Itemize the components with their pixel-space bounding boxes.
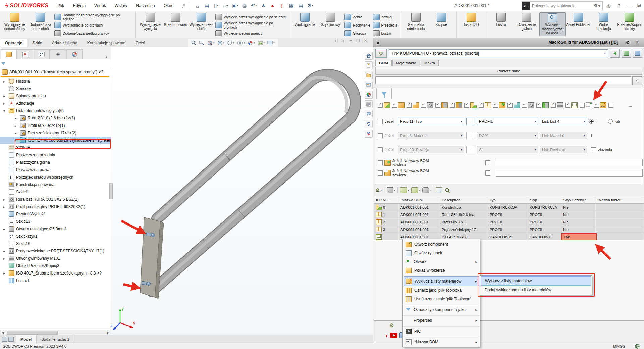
context-menu-item[interactable]: Otwórz komponent: [404, 240, 479, 249]
zoom-fit-icon[interactable]: [191, 40, 197, 46]
context-menu-item[interactable]: Otwórz rysunek: [404, 249, 479, 257]
context-menu-item[interactable]: PIC: [404, 326, 479, 336]
ribbon-button[interactable]: Dodanie/baza według granicy: [53, 29, 133, 37]
menu-item[interactable]: Narzędzia: [131, 0, 159, 11]
prev-document-icon[interactable]: ◁: [333, 38, 339, 43]
ribbon-button[interactable]: Dodanie/baza przez obrót: [28, 12, 53, 31]
tree-item[interactable]: Płaszczyzna przednia: [0, 151, 111, 159]
options-gear-icon[interactable]: ⚙▾: [306, 2, 315, 10]
help-icon[interactable]: ?: [614, 0, 624, 11]
view-settings-icon[interactable]: ▾: [267, 40, 275, 46]
tab-featuremanager[interactable]: [1, 49, 17, 59]
tree-filter-input[interactable]: [7, 61, 109, 66]
bom-table-row[interactable]: 2 ADK001.001.001 Profil 60x20x2 PROFIL P…: [374, 218, 644, 226]
menu-item[interactable]: Plik: [53, 0, 68, 11]
type-toggle-checkbox[interactable]: [392, 103, 397, 108]
preview-zoom-icon[interactable]: [445, 188, 450, 193]
file-explorer-icon[interactable]: [365, 71, 373, 79]
type-toggle-checkbox[interactable]: [450, 103, 455, 108]
condition-checkbox[interactable]: [378, 133, 383, 138]
type-toggle-checkbox[interactable]: [479, 103, 484, 108]
tree-tabs-expand-icon[interactable]: ›: [103, 54, 110, 59]
type-toggle-checkbox[interactable]: [580, 103, 585, 108]
context-menu-item[interactable]: Pokaż w folderze: [404, 266, 479, 275]
collapse-panel-button[interactable]: »: [373, 40, 383, 45]
globe-icon[interactable]: [635, 344, 640, 349]
collapse-chevrons-icon[interactable]: [365, 130, 373, 138]
and-radio[interactable]: [589, 119, 594, 124]
context-menu-item[interactable]: Otwórz: [404, 257, 479, 266]
custom-properties-icon[interactable]: [365, 100, 373, 108]
camera-icon[interactable]: ▾: [422, 187, 431, 193]
undo-icon[interactable]: ↶▾: [250, 2, 258, 10]
ribbon-button[interactable]: Przenieś/Kopiuj obiekty: [616, 12, 642, 36]
bom-table-row[interactable]: 3 ADK001.001.001 Pręt sześciokątny 17 PR…: [374, 226, 644, 233]
ribbon-button[interactable]: Dodanie/baza przez wyciągnięcie po ścież…: [53, 13, 133, 21]
copy-properties-icon[interactable]: ▾: [411, 187, 420, 193]
ribbon-button[interactable]: Krzywe: [429, 12, 454, 31]
type-toggle-checkbox[interactable]: [594, 103, 599, 108]
edit-appearance-icon[interactable]: ▾: [248, 40, 255, 46]
tree-item[interactable]: Początek układu współrzędnych: [0, 173, 111, 181]
home-icon[interactable]: [365, 52, 373, 60]
search-icon[interactable]: 🔍︎▾: [594, 3, 602, 8]
tab-scroll-icons[interactable]: [0, 335, 16, 343]
macro-back-button[interactable]: [610, 49, 620, 58]
search-input[interactable]: [530, 4, 594, 8]
property-combo[interactable]: Prop.11: Typ▾: [398, 118, 464, 125]
name-filter-checkbox[interactable]: [378, 170, 383, 176]
ribbon-button[interactable]: Wycięcie przez obrót: [189, 12, 214, 31]
scroll-right-icon[interactable]: ▶: [105, 331, 111, 334]
condition-checkbox[interactable]: [378, 119, 383, 124]
tree-item[interactable]: Adnotacje: [0, 100, 111, 107]
submenu-item[interactable]: Wyklucz z listy materiałów: [481, 276, 591, 286]
macro-combo[interactable]: TYP KOMPONENTU - sprawdź, oznacz, posort…: [389, 49, 608, 57]
tree-item[interactable]: Rura bsz RURA Ø31.8X2.6 BSZ(1): [0, 196, 111, 203]
context-menu-item[interactable]: Oznacz jako 'plik Toolboxa': [404, 286, 479, 295]
tree-item[interactable]: Profil prostokątny PROFIL 60X20X2(1): [0, 203, 111, 210]
user-account-icon[interactable]: ◎: [604, 0, 614, 11]
type-toggle-checkbox[interactable]: [536, 103, 541, 108]
tree-item[interactable]: Spinacz projektu: [0, 92, 111, 100]
ribbon-button[interactable]: Zaokrąglenie: [292, 12, 318, 27]
tab-dimxpert[interactable]: ⊕: [50, 49, 66, 59]
bom-path-input[interactable]: [375, 76, 631, 84]
tree-export-icon[interactable]: ▾: [400, 187, 409, 193]
expand-chevrons-icon[interactable]: »: [384, 334, 390, 336]
type-toggle-checkbox[interactable]: [608, 103, 613, 108]
operator-button[interactable]: =: [466, 146, 475, 153]
name-filter-checkbox-2[interactable]: [485, 170, 490, 176]
command-tab[interactable]: Operacje: [0, 39, 27, 47]
value-combo[interactable]: DC01▾: [477, 132, 538, 139]
menu-item[interactable]: Wstaw: [110, 0, 132, 11]
type-toggle-checkbox[interactable]: [407, 103, 412, 108]
name-filter-checkbox-2[interactable]: [485, 160, 490, 165]
ribbon-button[interactable]: Oznaczenie gwintu: [514, 12, 539, 36]
ribbon-button[interactable]: Lustro: [372, 29, 399, 37]
context-menu-item[interactable]: Oznacz typ komponentu jako: [404, 305, 479, 314]
table-icon[interactable]: ▤: [297, 2, 305, 10]
ribbon-button[interactable]: Wiązanie magnetyczne Wł./Wył.: [539, 12, 566, 36]
table-settings-icon[interactable]: ⚙▾: [375, 187, 382, 193]
list-combo[interactable]: List: Revision▾: [540, 146, 587, 153]
bom-table-row[interactable]: 0 ADK001.001.001 Konstrukcja KONSTRUKCJA…: [374, 204, 644, 211]
rebuild-icon[interactable]: ▤: [203, 2, 211, 10]
tree-item[interactable]: Otwór gwintowany M101: [0, 255, 111, 262]
tree-item[interactable]: Sensory: [0, 85, 111, 92]
ribbon-button[interactable]: Żebro: [343, 13, 371, 21]
menu-item[interactable]: Widok: [90, 0, 110, 11]
bom-table-row[interactable]: 1 ADK001.001.001 Rura Ø31.8x2.6 bsz PROF…: [374, 211, 644, 218]
new-document-icon[interactable]: ▯▾: [212, 2, 221, 10]
name-filter-input[interactable]: [496, 169, 643, 177]
ribbon-button[interactable]: Wyciągnięcie wycięcia: [138, 12, 163, 31]
tree-item[interactable]: Szkic1: [0, 188, 111, 196]
open-external-icon[interactable]: [436, 187, 442, 193]
document-tab[interactable]: Model: [16, 335, 37, 343]
ribbon-button[interactable]: Przecięcie: [372, 21, 399, 29]
name-filter-checkbox[interactable]: [378, 160, 383, 165]
type-toggle-checkbox[interactable]: [493, 103, 498, 108]
tab-configuration-manager[interactable]: [34, 49, 50, 59]
more-toggles-label[interactable]: ...: [629, 103, 632, 108]
property-combo[interactable]: Prop.20: Rewizja▾: [398, 146, 464, 153]
or-radio[interactable]: [608, 119, 613, 124]
